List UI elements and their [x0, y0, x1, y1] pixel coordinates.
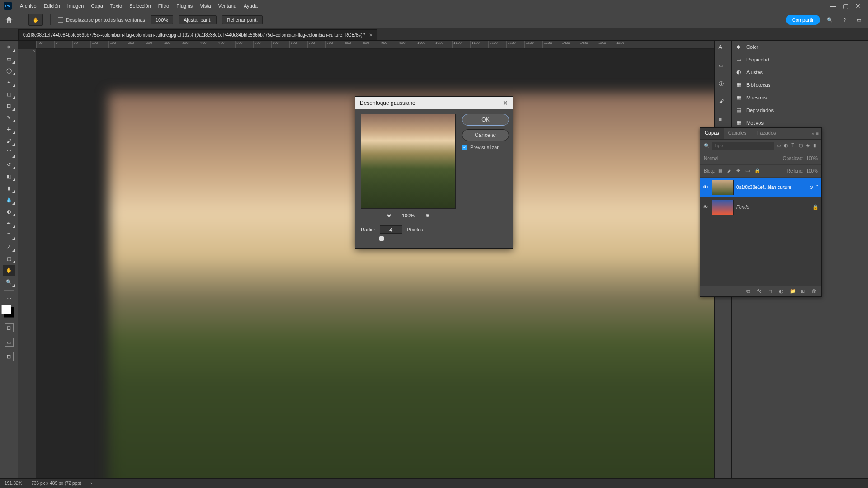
filter-image-icon[interactable]: ▭	[777, 143, 781, 149]
share-button[interactable]: Compartir	[786, 15, 820, 25]
home-icon[interactable]	[5, 15, 14, 24]
frame-tool[interactable]: ⊞	[3, 100, 15, 111]
lock-position-icon[interactable]: ✥	[736, 168, 743, 174]
workspace-icon[interactable]: ▭	[854, 15, 863, 24]
menu-texto[interactable]: Texto	[107, 3, 126, 9]
tab-canales[interactable]: Canales	[724, 128, 751, 139]
menu-archivo[interactable]: Archivo	[16, 3, 40, 9]
layer-item[interactable]: 👁 0a1f8c38e1ef...bian-culture ⊙ ˅	[700, 178, 821, 197]
menu-ventana[interactable]: Ventana	[215, 3, 240, 9]
zoom-in-icon[interactable]: ⊕	[425, 212, 429, 218]
history-brush-tool[interactable]: ↺	[3, 159, 15, 170]
marquee-tool[interactable]: ▭	[3, 53, 15, 64]
zoom-out-icon[interactable]: ⊖	[387, 212, 391, 218]
filter-search-icon[interactable]: 🔍	[704, 143, 709, 148]
maximize-button[interactable]: ▢	[839, 2, 852, 9]
radius-slider[interactable]	[364, 236, 453, 242]
scroll-all-checkbox[interactable]: Desplazarse por todas las ventanas	[58, 17, 145, 23]
brush-settings-icon[interactable]: ≡	[719, 117, 728, 126]
panel-adjustments[interactable]: ◐Ajustes	[732, 66, 868, 79]
new-layer-icon[interactable]: ⊞	[801, 288, 807, 295]
characters-icon[interactable]: A	[719, 44, 728, 53]
lock-all-icon[interactable]: 🔒	[755, 168, 761, 174]
zoom-dropdown[interactable]: 100%	[151, 15, 173, 24]
delete-layer-icon[interactable]: 🗑	[811, 288, 818, 295]
filter-smart-icon[interactable]: ◈	[806, 143, 811, 149]
panel-swatches[interactable]: ▦Muestras	[732, 91, 868, 104]
tab-trazados[interactable]: Trazados	[751, 128, 780, 139]
fill-value[interactable]: 100%	[806, 169, 818, 174]
magic-wand-tool[interactable]: ✦	[3, 77, 15, 88]
search-icon[interactable]: 🔍	[826, 15, 835, 24]
layer-item[interactable]: 👁 Fondo 🔒	[700, 197, 821, 217]
zoom-tool[interactable]: 🔍	[3, 277, 15, 287]
chevron-down-icon[interactable]: ˅	[816, 184, 819, 190]
minimize-button[interactable]: —	[826, 2, 839, 9]
panel-color[interactable]: ◆Color	[732, 41, 868, 53]
preview-checkbox[interactable]: ✓ Previsualizar	[462, 145, 509, 150]
visibility-icon[interactable]: 👁	[703, 184, 709, 191]
menu-plugins[interactable]: Plugins	[173, 3, 196, 9]
document-tab[interactable]: 0a1f8c38e1ef7440c84bbfe566bb775d--colomb…	[18, 29, 377, 40]
menu-ayuda[interactable]: Ayuda	[240, 3, 261, 9]
layer-mask-icon[interactable]: ◻	[768, 288, 774, 295]
panel-dock-icon[interactable]: »	[812, 131, 815, 136]
lock-pixels-icon[interactable]: ▦	[718, 168, 725, 174]
lock-artboard-icon[interactable]: ▭	[745, 168, 752, 174]
adjustment-layer-icon[interactable]: ◐	[779, 288, 785, 295]
close-tab-icon[interactable]: ✕	[369, 33, 373, 38]
layer-name[interactable]: 0a1f8c38e1ef...bian-culture	[736, 185, 807, 190]
quick-mask-icon[interactable]: ◻	[5, 323, 14, 332]
help-icon[interactable]: ?	[840, 15, 849, 24]
opacity-value[interactable]: 100%	[806, 156, 818, 161]
layer-group-icon[interactable]: 📁	[790, 288, 796, 295]
panel-menu-icon[interactable]: ≡	[816, 131, 819, 136]
eyedropper-tool[interactable]: ✎	[3, 112, 15, 123]
link-layers-icon[interactable]: ⧉	[746, 288, 753, 295]
color-swatches[interactable]	[4, 307, 14, 318]
hand-tool[interactable]: ✋	[3, 265, 15, 276]
screen-mode-icon[interactable]: ▭	[5, 338, 14, 347]
tab-capas[interactable]: Capas	[700, 128, 724, 139]
pen-tool[interactable]: ✒	[3, 218, 15, 229]
fit-screen-button[interactable]: Ajustar pant.	[179, 15, 217, 24]
crop-tool[interactable]: ◫	[3, 89, 15, 99]
layer-filter-input[interactable]	[712, 142, 774, 150]
navigator-icon[interactable]: ▭	[719, 62, 728, 71]
menu-capa[interactable]: Capa	[87, 3, 106, 9]
panel-libraries[interactable]: ▦Bibliotecas	[732, 79, 868, 91]
shape-tool[interactable]: ▢	[3, 253, 15, 264]
filter-shape-icon[interactable]: ▢	[799, 143, 803, 149]
layer-name[interactable]: Fondo	[736, 205, 810, 210]
healing-tool[interactable]: ✚	[3, 124, 15, 135]
dialog-title-bar[interactable]: Desenfoque gaussiano ✕	[355, 97, 513, 109]
brushes-icon[interactable]: 🖌	[719, 99, 728, 108]
ok-button[interactable]: OK	[462, 114, 509, 126]
hand-tool-icon[interactable]: ✋	[28, 14, 43, 26]
fill-screen-button[interactable]: Rellenar pant.	[222, 15, 263, 24]
layer-thumbnail[interactable]	[712, 180, 734, 195]
filter-adjustment-icon[interactable]: ◐	[784, 143, 788, 149]
menu-vista[interactable]: Vista	[196, 3, 214, 9]
type-tool[interactable]: T	[3, 230, 15, 240]
menu-filtro[interactable]: Filtro	[155, 3, 173, 9]
dialog-close-icon[interactable]: ✕	[503, 99, 508, 107]
filter-type-icon[interactable]: T	[791, 143, 796, 149]
edit-toolbar-icon[interactable]: ⋯	[3, 293, 15, 304]
lock-brush-icon[interactable]: 🖌	[727, 168, 734, 174]
dodge-tool[interactable]: ◐	[3, 206, 15, 217]
path-tool[interactable]: ↗	[3, 241, 15, 252]
gradient-tool[interactable]: ▮	[3, 183, 15, 193]
blur-tool[interactable]: 💧	[3, 194, 15, 205]
menu-edicion[interactable]: Edición	[40, 3, 64, 9]
layer-thumbnail[interactable]	[712, 200, 734, 215]
smart-object-icon[interactable]: ⊙	[809, 184, 813, 190]
stamp-tool[interactable]: ⛶	[3, 147, 15, 158]
brush-tool[interactable]: 🖌	[3, 136, 15, 146]
radius-input[interactable]	[380, 225, 402, 234]
menu-seleccion[interactable]: Selección	[126, 3, 155, 9]
lasso-tool[interactable]: ◯	[3, 65, 15, 76]
panel-properties[interactable]: ▭Propiedad...	[732, 53, 868, 66]
extra-mode-icon[interactable]: ⊡	[5, 352, 14, 361]
move-tool[interactable]: ✥	[3, 42, 15, 52]
